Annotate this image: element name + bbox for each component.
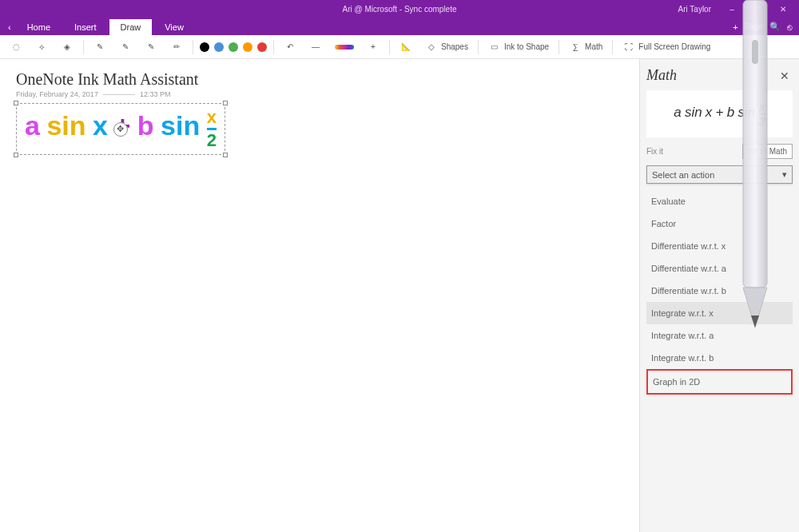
color-swatch-4[interactable] xyxy=(257,42,267,52)
meta-divider xyxy=(103,94,135,95)
pen-2-icon[interactable]: ✎ xyxy=(116,39,135,55)
math-panel-title: Math xyxy=(646,67,677,84)
menu-right: + Page 🔍 ⎋ xyxy=(733,22,799,35)
user-label[interactable]: Ari Taylor xyxy=(678,5,712,14)
window-title: Ari @ Microsoft - Sync complete xyxy=(343,5,457,14)
select-action-label: Select an action xyxy=(652,170,714,180)
highlighter-icon[interactable]: ✏ xyxy=(167,39,186,55)
color-swatches xyxy=(200,42,267,52)
tab-view[interactable]: View xyxy=(153,19,195,35)
ribbon: ◌ ⟡ ◈ ✎ ✎ ✎ ✏ ↶ — + 📐 ◇Shapes ▭Ink to Sh… xyxy=(0,35,799,59)
add-pen-icon[interactable]: + xyxy=(364,39,383,55)
math-button[interactable]: ∑Math xyxy=(566,39,606,55)
workspace: OneNote Ink Math Assistant Friday, Febru… xyxy=(0,59,799,532)
share-icon[interactable]: ⎋ xyxy=(787,22,793,32)
color-swatch-3[interactable] xyxy=(243,42,252,52)
tab-home[interactable]: Home xyxy=(16,19,62,35)
selection-handle-bl[interactable] xyxy=(14,153,18,157)
color-swatch-0[interactable] xyxy=(200,42,209,52)
close-icon[interactable]: ✕ xyxy=(773,2,793,16)
window-buttons: – ▢ ✕ xyxy=(722,2,799,16)
ink-selection-box[interactable]: ✥ a sin x + b sin x 2 xyxy=(16,103,225,155)
math-action-differentiate-w-r-t-a[interactable]: Differentiate w.r.t. a xyxy=(646,257,793,280)
lasso-tool-icon[interactable]: ◌ xyxy=(6,39,26,55)
eraser-icon[interactable]: ◈ xyxy=(58,39,77,55)
minimize-icon[interactable]: – xyxy=(722,2,741,16)
math-action-differentiate-w-r-t-b[interactable]: Differentiate w.r.t. b xyxy=(646,280,793,302)
tab-draw[interactable]: Draw xyxy=(109,19,153,35)
page-date: Friday, February 24, 2017 xyxy=(16,90,98,98)
page-meta: Friday, February 24, 2017 12:33 PM xyxy=(16,90,623,98)
move-handle-icon[interactable]: ✥ xyxy=(113,122,128,137)
thin-stroke-icon[interactable]: — xyxy=(306,39,325,55)
rainbow-stroke-icon[interactable] xyxy=(332,43,357,51)
hand-tool-icon[interactable]: ⟡ xyxy=(32,39,51,55)
math-action-integrate-w-r-t-a[interactable]: Integrate w.r.t. a xyxy=(646,324,793,347)
menu-bar: ‹ Home Insert Draw View + Page 🔍 ⎋ xyxy=(0,18,799,35)
window-title-bar: Ari @ Microsoft - Sync complete Ari Tayl… xyxy=(0,0,799,18)
full-screen-drawing-button[interactable]: ⛶Full Screen Drawing xyxy=(619,39,714,55)
math-action-differentiate-w-r-t-x[interactable]: Differentiate w.r.t. x xyxy=(646,235,793,257)
page-title[interactable]: OneNote Ink Math Assistant xyxy=(16,70,623,89)
undo-icon[interactable]: ↶ xyxy=(280,39,300,55)
shapes-button[interactable]: ◇Shapes xyxy=(422,39,471,55)
selection-handle-tr[interactable] xyxy=(223,101,228,105)
action-list: EvaluateFactorDifferentiate w.r.t. xDiff… xyxy=(646,190,793,395)
selection-handle-tl[interactable] xyxy=(14,101,18,105)
back-icon[interactable]: ‹ xyxy=(8,22,11,35)
ruler-icon[interactable]: 📐 xyxy=(396,39,415,55)
math-action-evaluate[interactable]: Evaluate xyxy=(646,190,793,212)
ink-to-shape-button[interactable]: ▭Ink to Shape xyxy=(485,39,552,55)
note-canvas[interactable]: OneNote Ink Math Assistant Friday, Febru… xyxy=(0,59,639,532)
fix-it-button[interactable]: Fix it xyxy=(646,147,663,156)
select-action-dropdown[interactable]: Select an action ▾ xyxy=(646,165,793,184)
math-action-integrate-w-r-t-b[interactable]: Integrate w.r.t. b xyxy=(646,347,793,369)
math-panel: Math ✕ a sin x + b sin x2 Fix it Ink to … xyxy=(639,59,799,532)
add-page-icon[interactable]: + xyxy=(733,22,737,32)
math-action-factor[interactable]: Factor xyxy=(646,212,793,235)
recognized-equation: a sin x + b sin x2 xyxy=(646,90,793,137)
add-page-button[interactable]: Page xyxy=(745,22,763,31)
math-action-integrate-w-r-t-x[interactable]: Integrate w.r.t. x xyxy=(646,302,793,324)
pen-1-icon[interactable]: ✎ xyxy=(90,39,109,55)
chevron-down-icon: ▾ xyxy=(782,169,787,180)
color-swatch-1[interactable] xyxy=(214,42,224,52)
tab-insert[interactable]: Insert xyxy=(63,19,108,35)
page-time: 12:33 PM xyxy=(140,90,171,98)
fix-row: Fix it Ink to Math xyxy=(646,144,793,159)
selection-handle-br[interactable] xyxy=(223,153,228,157)
close-panel-icon[interactable]: ✕ xyxy=(777,68,793,84)
maximize-icon[interactable]: ▢ xyxy=(748,2,767,16)
search-icon[interactable]: 🔍 xyxy=(769,22,781,32)
math-action-graph-in-2d[interactable]: Graph in 2D xyxy=(646,369,793,395)
pen-3-icon[interactable]: ✎ xyxy=(141,39,161,55)
ink-to-math-button[interactable]: Ink to Math xyxy=(742,144,793,159)
color-swatch-2[interactable] xyxy=(229,42,238,52)
